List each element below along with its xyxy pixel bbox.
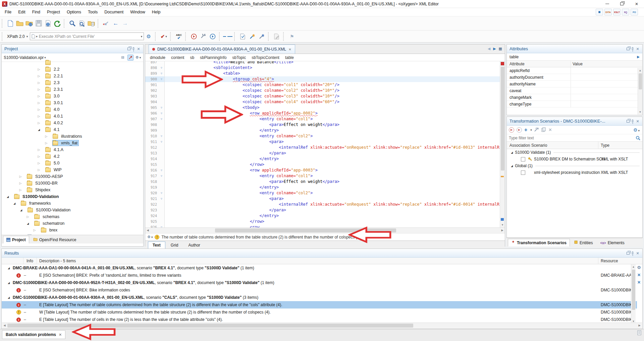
code-line-910[interactable]: 910▽ <entry colname="col2"> <box>145 133 500 139</box>
expand-arrow-icon[interactable]: ▷ <box>37 108 41 111</box>
views-menu-icon[interactable] <box>637 330 642 335</box>
right-tab-entities[interactable]: Entities <box>571 239 596 247</box>
breadcrumb-item-sbTopic[interactable]: sbTopic <box>232 55 246 60</box>
new-scenario-icon[interactable]: + <box>524 127 527 133</box>
search-icon[interactable] <box>636 136 640 140</box>
expand-arrow-icon[interactable]: ▷ <box>37 68 41 71</box>
forward-button[interactable]: → <box>120 19 130 28</box>
info-column-label[interactable]: Info <box>26 259 33 263</box>
breadcrumb-item-table[interactable]: table <box>285 55 294 60</box>
expand-arrow-icon[interactable]: ▷ <box>37 74 41 78</box>
find-replace-in-files-button[interactable] <box>77 19 87 28</box>
code-line-924[interactable]: 924 </entry> <box>145 213 500 219</box>
result-group-row[interactable]: ◢DMC-S1000DBIKE-AAA-D00-00-01-00AA-930A-… <box>2 294 637 301</box>
open-find-resource-button[interactable] <box>87 19 96 28</box>
code-line-925[interactable]: 925 </row> <box>145 219 500 224</box>
scrollbar-thumb[interactable] <box>7 324 413 328</box>
code-line-918[interactable]: 918 <para>Effect on weight</para> <box>145 179 500 185</box>
code-line-898[interactable]: 898▽ <sbTopicContent> <box>145 65 500 71</box>
edit-scenario-wrench-icon[interactable] <box>534 128 539 132</box>
new-scenario-dropdown-icon[interactable]: ▾ <box>530 128 532 132</box>
scroll-tabs-left-icon[interactable]: ◀ <box>488 47 490 51</box>
scrollbar-thumb[interactable] <box>632 270 635 310</box>
message-settings-gear-icon[interactable]: ⚙▾ <box>147 235 153 239</box>
pin-icon[interactable] <box>133 47 134 50</box>
float-icon[interactable] <box>627 48 630 50</box>
back-button[interactable]: ← <box>111 19 120 28</box>
expand-arrow-icon[interactable]: ▷ <box>45 135 48 138</box>
batch-validation-problems-tab[interactable]: Batch validation problems ✕ <box>2 330 65 339</box>
edit-attributes-button[interactable] <box>272 32 281 41</box>
element-nav-icon[interactable]: ▶ <box>637 55 640 59</box>
xpath-combo-dropdown-icon[interactable]: ▾ <box>141 35 143 38</box>
scenario-row[interactable]: S1000D BREX DM to Schematron SCHXML with… <box>507 156 642 162</box>
fold-marker-icon[interactable]: ▽ <box>159 71 165 76</box>
breadcrumb-item-content[interactable]: content <box>171 55 184 60</box>
scenario-row[interactable]: xml-stylesheet processing instructionXML… <box>507 169 642 176</box>
resource-column-label[interactable]: Resource <box>601 259 618 263</box>
profiling-button[interactable]: ⚑ <box>287 32 297 41</box>
result-item-row[interactable]: !–E [ISO Schematron] BREX: Prefix of 'ra… <box>2 272 637 279</box>
reload-button[interactable] <box>53 19 62 28</box>
breadcrumb-item-sbPlanningInfo[interactable]: sbPlanningInfo <box>200 55 226 60</box>
code-line-904[interactable]: 904 <colspec colname="col4" colwidth="60… <box>145 99 500 105</box>
attribute-row-changeMark[interactable]: changeMark <box>507 94 642 101</box>
scroll-down-icon[interactable]: ▼ <box>638 110 642 115</box>
result-item-row[interactable]: !–E [Table Layout] The number of table c… <box>2 301 637 309</box>
expand-arrow-icon[interactable]: ▷ <box>19 175 22 178</box>
close-icon[interactable]: ✕ <box>636 119 640 123</box>
close-button[interactable]: ✕ <box>629 0 644 8</box>
minimize-button[interactable] <box>600 0 614 8</box>
collapse-arrow-icon[interactable]: ◢ <box>13 202 16 205</box>
fold-marker-icon[interactable]: ▽ <box>159 116 165 122</box>
refactoring-button[interactable] <box>257 32 266 41</box>
expand-arrow-icon[interactable]: ▷ <box>37 148 41 151</box>
scroll-up-icon[interactable]: ▲ <box>631 264 636 269</box>
validate-dropdown-icon[interactable]: ▾ <box>165 35 167 38</box>
pin-icon[interactable] <box>632 120 633 122</box>
collapse-arrow-icon[interactable]: ◢ <box>511 151 513 154</box>
collapse-arrow-icon[interactable]: ◢ <box>8 296 10 299</box>
result-item-row[interactable]: !–W [Table Layout] The number of table c… <box>2 309 637 316</box>
fold-marker-icon[interactable]: ▽ <box>159 167 165 173</box>
code-line-916[interactable]: 916▽ <row applicRefId="app-0003"> <box>145 167 500 173</box>
spell-check-button[interactable]: ABC✔ <box>174 32 183 41</box>
remove-all-icon[interactable]: ✕ <box>637 280 641 285</box>
debug-transformation-button[interactable] <box>208 32 217 41</box>
menu-document[interactable]: Document <box>101 9 127 15</box>
attribute-column-label[interactable]: Attribute <box>507 62 525 66</box>
float-icon[interactable] <box>627 252 630 255</box>
expand-arrow-icon[interactable]: ▷ <box>37 155 41 158</box>
xslt-debugger-icon[interactable]: XSLT <box>613 9 621 15</box>
warning-marker-icon[interactable] <box>501 176 504 177</box>
xpath-settings-button[interactable]: ⚙ <box>144 32 153 41</box>
code-line-915[interactable]: 915 </row> <box>145 162 500 167</box>
expand-arrow-icon[interactable]: ▷ <box>37 81 41 84</box>
results-settings-gear-icon[interactable]: ⚙ <box>637 265 641 270</box>
duplicate-scenario-icon[interactable] <box>541 127 546 132</box>
code-line-902[interactable]: 902 <colspec colname="col2" colwidth="10… <box>145 88 500 93</box>
menu-options[interactable]: Options <box>63 9 85 15</box>
fold-marker-icon[interactable]: ▽ <box>159 196 165 202</box>
scrollbar-thumb[interactable] <box>639 73 642 89</box>
fold-marker-icon[interactable]: ▽ <box>159 224 165 227</box>
delete-scenario-icon[interactable]: ✕ <box>548 127 552 132</box>
info-marker-icon[interactable] <box>501 218 504 221</box>
apply-transformation-button[interactable] <box>189 32 199 41</box>
fold-marker-icon[interactable]: ▽ <box>159 133 165 139</box>
code-line-917[interactable]: 917▽ <entry colname="col1"> <box>145 173 500 179</box>
scenario-group-s1000d-validate-1-[interactable]: ◢S1000D Validate (1) <box>507 149 642 156</box>
expand-arrow-icon[interactable]: ▷ <box>37 94 41 98</box>
attributes-scrollbar[interactable]: ▲ ▼ <box>638 68 642 115</box>
menu-help[interactable]: Help <box>149 9 164 15</box>
association-column-label[interactable]: Association <box>507 143 530 148</box>
tab-close-icon[interactable]: ✕ <box>59 333 62 337</box>
xquery-debugger-icon[interactable]: XQ <box>622 9 629 15</box>
editor-vertical-scrollbar[interactable]: ▲ ▼ <box>500 61 505 227</box>
code-line-905[interactable]: 905▽ <tbody> <box>145 105 500 111</box>
quick-fix-button[interactable] <box>248 32 257 41</box>
close-icon[interactable]: ✕ <box>636 47 640 51</box>
validation-message[interactable]: The number of table columns determined f… <box>161 235 362 240</box>
mode-tab-grid[interactable]: Grid <box>166 242 183 249</box>
result-item-row[interactable]: !–E [ISO Schematron] BREX: Bike informat… <box>2 286 637 294</box>
